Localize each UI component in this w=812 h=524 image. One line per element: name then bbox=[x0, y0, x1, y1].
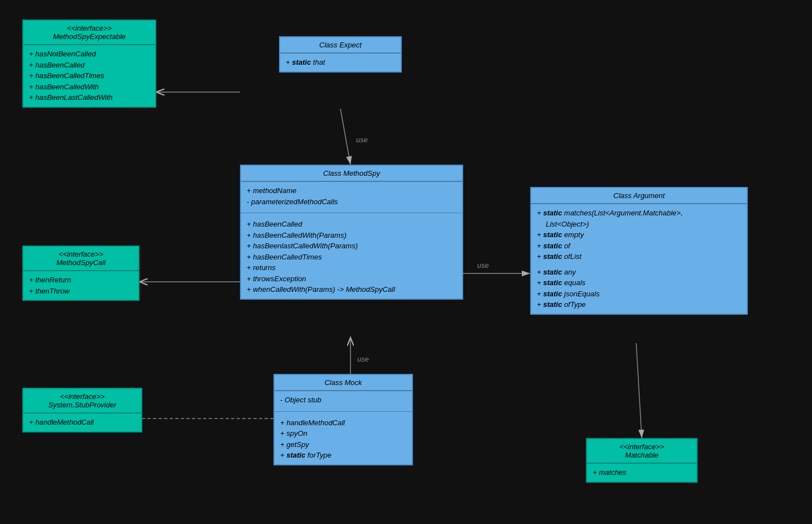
system-stub-provider-body: + handleMethodCall bbox=[23, 414, 141, 431]
class-argument-box: Class Argument + static matches(List<Arg… bbox=[530, 187, 748, 315]
system-stub-provider-header: <<interface>>System.StubProvider bbox=[23, 389, 141, 414]
system-stub-provider-box: <<interface>>System.StubProvider + handl… bbox=[22, 388, 142, 432]
svg-line-8 bbox=[636, 343, 642, 438]
class-argument-body: + static matches(List<Argument.Matchable… bbox=[531, 204, 747, 314]
diagram-container: use use use <<interface>> MethodSpyExpec… bbox=[0, 0, 812, 524]
method-spy-expectable-header: <<interface>> MethodSpyExpectable bbox=[23, 21, 155, 45]
class-method-spy-body-bottom: + hasBeenCalled + hasBeenCalledWith(Para… bbox=[241, 215, 462, 299]
matchable-body: + matches bbox=[587, 464, 696, 482]
class-method-spy-header: Class MethodSpy bbox=[241, 166, 462, 182]
class-mock-header: Class Mock bbox=[275, 375, 412, 391]
class-expect-body: + static that bbox=[280, 54, 401, 71]
method-spy-call-body: + thenReturn + thenThrow bbox=[23, 271, 138, 300]
class-expect-box: Class Expect + static that bbox=[279, 36, 402, 73]
class-argument-header: Class Argument bbox=[531, 188, 747, 204]
method-spy-call-box: <<interface>>MethodSpyCall + thenReturn … bbox=[22, 246, 140, 301]
method-spy-call-header: <<interface>>MethodSpyCall bbox=[23, 247, 138, 271]
use-label-2: use bbox=[477, 261, 489, 270]
method-spy-expectable-body: + hasNotBeenCalled + hasBeenCalled + has… bbox=[23, 45, 155, 107]
class-mock-body-top: - Object stub bbox=[275, 391, 412, 409]
use-label-3: use bbox=[357, 355, 369, 363]
class-method-spy-box: Class MethodSpy + methodName - parameter… bbox=[240, 165, 463, 300]
class-mock-body-bottom: + handleMethodCall + spyOn + getSpy + st… bbox=[275, 414, 412, 464]
interface-label: <<interface>> MethodSpyExpectable bbox=[29, 24, 150, 41]
matchable-box: <<interface>>Matchable + matches bbox=[586, 438, 698, 483]
use-label-1: use bbox=[356, 136, 368, 144]
class-mock-box: Class Mock - Object stub + handleMethodC… bbox=[273, 374, 413, 465]
matchable-header: <<interface>>Matchable bbox=[587, 439, 696, 464]
svg-line-2 bbox=[340, 109, 350, 165]
method-spy-expectable-box: <<interface>> MethodSpyExpectable + hasN… bbox=[22, 20, 156, 108]
class-expect-header: Class Expect bbox=[280, 37, 401, 54]
class-method-spy-body-top: + methodName - parameterizedMethodCalls bbox=[241, 182, 462, 210]
